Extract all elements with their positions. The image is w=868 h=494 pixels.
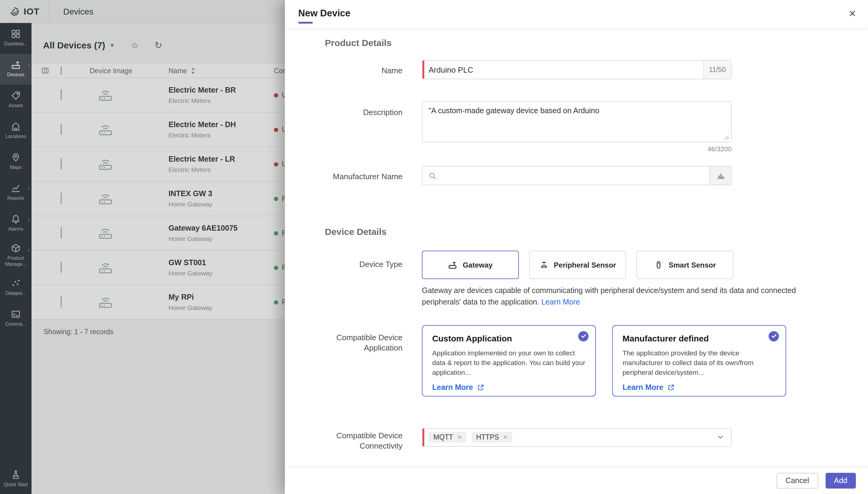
compatible-application-row: Compatible Device Application Custom App… xyxy=(325,325,868,396)
cancel-button[interactable]: Cancel xyxy=(776,473,818,489)
description-textarea-box: "A custom-made gateway device based on A… xyxy=(422,101,731,142)
modal-body: Product Details Name 11/50 Description "… xyxy=(285,28,868,467)
device-type-help-text: Gateway are devices capable of communica… xyxy=(422,285,823,308)
chip-mqtt[interactable]: MQTT × xyxy=(429,432,466,442)
name-label: Name xyxy=(325,60,402,76)
manufacturer-input-box xyxy=(422,166,731,185)
gateway-icon xyxy=(448,260,457,269)
name-field-row: Name 11/50 xyxy=(325,60,868,79)
search-icon xyxy=(422,167,436,185)
custom-application-card[interactable]: Custom Application Application implement… xyxy=(422,325,596,396)
connectivity-label: Compatible Device Connectivity xyxy=(325,428,402,451)
device-type-peripheral-sensor[interactable]: Peripheral Sensor xyxy=(529,251,626,279)
name-char-counter: 11/50 xyxy=(703,60,731,79)
device-type-smart-sensor[interactable]: Smart Sensor xyxy=(636,251,734,279)
description-field-row: Description "A custom-made gateway devic… xyxy=(325,101,868,153)
card-title: Manufacturer defined xyxy=(622,333,776,343)
connectivity-row: Compatible Device Connectivity MQTT × HT… xyxy=(325,428,868,451)
peripheral-sensor-icon xyxy=(539,260,548,269)
chip-https[interactable]: HTTPS × xyxy=(471,432,512,442)
connectivity-select[interactable]: MQTT × HTTPS × xyxy=(422,428,731,446)
device-type-gateway[interactable]: Gateway xyxy=(422,251,519,279)
name-input-box: 11/50 xyxy=(422,60,731,79)
section-device-details: Device Details xyxy=(325,226,868,237)
learn-more-link[interactable]: Learn More xyxy=(541,298,580,306)
device-type-options: Gateway Peripheral Sensor Smart Sensor xyxy=(422,251,846,279)
card-body: Application implemented on your own to c… xyxy=(432,348,585,377)
description-char-counter: 46/3200 xyxy=(422,145,731,153)
description-textarea[interactable]: "A custom-made gateway device based on A… xyxy=(422,102,731,142)
close-icon[interactable]: × xyxy=(849,7,856,19)
section-product-details: Product Details xyxy=(325,38,868,48)
description-label: Description xyxy=(325,101,402,118)
modal-header: New Device × xyxy=(285,0,868,28)
device-type-row: Device Type Gateway Peripheral Sensor xyxy=(325,251,868,308)
external-link-icon xyxy=(668,383,675,391)
manufacturer-search-input[interactable] xyxy=(436,167,709,185)
card-body: The application provided by the device m… xyxy=(622,348,776,377)
add-button[interactable]: Add xyxy=(826,473,856,489)
application-cards: Custom Application Application implement… xyxy=(422,325,846,396)
learn-more-link[interactable]: Learn More xyxy=(432,383,485,392)
card-title: Custom Application xyxy=(432,333,585,343)
modal-footer: Cancel Add xyxy=(285,467,868,494)
manufacturer-directory-icon[interactable] xyxy=(709,167,731,185)
learn-more-link[interactable]: Learn More xyxy=(622,383,675,392)
manufacturer-defined-card[interactable]: Manufacturer defined The application pro… xyxy=(612,325,786,396)
remove-chip-icon[interactable]: × xyxy=(457,434,462,441)
device-type-label: Device Type xyxy=(325,251,402,270)
screen: IOT Devices Dashboa... Devices › Assets … xyxy=(0,0,868,494)
selected-check-icon xyxy=(768,331,779,341)
modal-title: New Device xyxy=(298,0,350,22)
remove-chip-icon[interactable]: × xyxy=(503,434,508,441)
new-device-modal: New Device × Product Details Name 11/50 … xyxy=(285,0,868,494)
selected-check-icon xyxy=(578,331,589,341)
name-input[interactable] xyxy=(422,60,703,79)
chevron-down-icon[interactable] xyxy=(717,433,724,441)
compatible-application-label: Compatible Device Application xyxy=(325,325,402,353)
external-link-icon xyxy=(477,383,485,391)
title-active-indicator xyxy=(298,22,313,24)
manufacturer-label: Manufacturer Name xyxy=(325,166,402,182)
manufacturer-field-row: Manufacturer Name xyxy=(325,166,868,185)
smart-sensor-icon xyxy=(654,260,663,269)
